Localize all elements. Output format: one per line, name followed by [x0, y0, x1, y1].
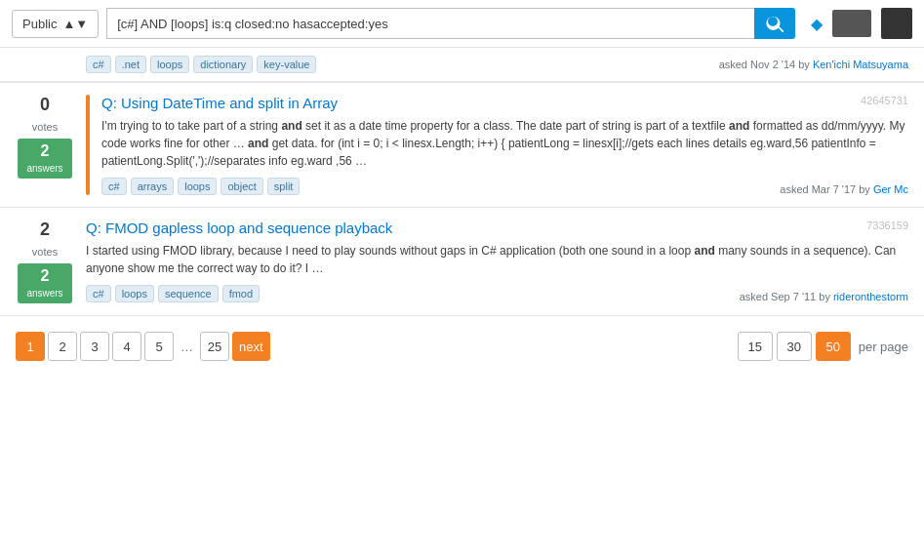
question-meta-q2: asked Sep 7 '11 by rideronthestorm: [740, 291, 908, 302]
question-item: 0 votes 2 answers Q: Using DateTime and …: [0, 82, 924, 208]
header: Public ▲▼ ◆: [0, 0, 924, 48]
page-btn-1[interactable]: 1: [16, 332, 45, 361]
tag-csharp-top[interactable]: c#: [86, 56, 111, 73]
top-tags: c# .net loops dictionary key-value: [86, 56, 316, 73]
tag-csharp-q2[interactable]: c#: [86, 285, 111, 302]
diamond-icon: ◆: [811, 15, 823, 33]
per-page-label: per page: [859, 340, 908, 354]
tags-and-meta-q1: c# arrays loops object split asked Mar 7…: [101, 178, 908, 195]
tag-object-q1[interactable]: object: [221, 178, 262, 195]
top-author-link[interactable]: Ken'ichi Matsuyama: [813, 59, 908, 70]
tags-q1: c# arrays loops object split: [101, 178, 300, 195]
pagination-ellipsis: …: [177, 340, 197, 354]
question-item-q2: 2 votes 2 answers Q: FMOD gapless loop a…: [0, 208, 924, 316]
question-excerpt-q2: I started using FMOD library, because I …: [86, 242, 908, 277]
question-body-q2: Q: FMOD gapless loop and sequence playba…: [86, 220, 908, 303]
pagination: 1 2 3 4 5 … 25 next 15 30 50 per page: [0, 316, 924, 377]
stats-col-q2: 2 votes 2 answers: [16, 220, 74, 303]
answers-count-q1: 2: [25, 142, 64, 160]
tag-sequence-q2[interactable]: sequence: [158, 285, 219, 302]
page-btn-5[interactable]: 5: [144, 332, 174, 361]
tag-loops-q1[interactable]: loops: [178, 178, 217, 195]
page-btn-4[interactable]: 4: [112, 332, 141, 361]
question-title-q1[interactable]: Q: Using DateTime and split in Array: [101, 95, 338, 111]
answers-badge-q1: 2 answers: [18, 139, 72, 179]
author-link-q2[interactable]: rideronthestorm: [833, 291, 908, 302]
public-dropdown[interactable]: Public ▲▼: [12, 10, 99, 38]
tag-csharp-q1[interactable]: c#: [101, 178, 127, 195]
page-btn-2[interactable]: 2: [48, 332, 77, 361]
tag-fmod-q2[interactable]: fmod: [222, 285, 260, 302]
orange-bar-q1: [86, 95, 90, 195]
tag-keyvalue-top[interactable]: key-value: [257, 56, 316, 73]
question-excerpt-q1: I'm trying to to take part of a string a…: [101, 117, 908, 170]
answers-label-q2: answers: [26, 288, 62, 299]
search-icon: [766, 15, 783, 32]
votes-count-q2: 2: [40, 220, 50, 240]
top-question-meta: asked Nov 2 '14 by Ken'ichi Matsuyama: [719, 59, 908, 70]
votes-count-q1: 0: [40, 95, 50, 115]
answers-badge-q2: 2 answers: [18, 263, 72, 303]
question-meta-q1: asked Mar 7 '17 by Ger Mc: [780, 183, 908, 195]
header-icons: ◆: [811, 8, 912, 39]
tags-and-meta-q2: c# loops sequence fmod asked Sep 7 '11 b…: [86, 285, 908, 302]
answers-count-q2: 2: [25, 267, 64, 285]
badges-placeholder[interactable]: [832, 10, 871, 37]
per-page-15[interactable]: 15: [738, 332, 773, 361]
search-input[interactable]: [106, 8, 754, 39]
tag-arrays-q1[interactable]: arrays: [131, 178, 175, 195]
tag-loops-q2[interactable]: loops: [115, 285, 154, 302]
next-button[interactable]: next: [232, 332, 270, 361]
author-link-q1[interactable]: Ger Mc: [873, 183, 908, 195]
dropdown-arrow-icon: ▲▼: [62, 17, 88, 31]
tags-q2: c# loops sequence fmod: [86, 285, 260, 302]
tag-loops-top[interactable]: loops: [150, 56, 189, 73]
page-btn-25[interactable]: 25: [200, 332, 229, 361]
question-id-q2: 7336159: [866, 220, 908, 231]
public-label: Public: [22, 17, 57, 31]
page-numbers: 1 2 3 4 5 … 25 next: [16, 332, 270, 361]
votes-label-q2: votes: [32, 246, 58, 258]
search-bar: [106, 8, 795, 39]
top-asked-text: asked Nov 2 '14 by: [719, 59, 813, 70]
answers-label-q1: answers: [26, 163, 62, 174]
votes-label-q1: votes: [32, 121, 58, 133]
question-id-q1: 42645731: [861, 95, 908, 106]
tag-dictionary-top[interactable]: dictionary: [193, 56, 253, 73]
page-btn-3[interactable]: 3: [80, 332, 109, 361]
avatar[interactable]: [881, 8, 912, 39]
questions-list: 0 votes 2 answers Q: Using DateTime and …: [0, 82, 924, 316]
tag-split-q1[interactable]: split: [267, 178, 301, 195]
tag-net-top[interactable]: .net: [115, 56, 146, 73]
question-body-q1: Q: Using DateTime and split in Array 426…: [101, 95, 908, 195]
stats-col-q1: 0 votes 2 answers: [16, 95, 74, 195]
per-page-50[interactable]: 50: [816, 332, 851, 361]
per-page-group: 15 30 50 per page: [738, 332, 908, 361]
per-page-30[interactable]: 30: [777, 332, 812, 361]
question-title-q2[interactable]: Q: FMOD gapless loop and sequence playba…: [86, 220, 392, 236]
search-button[interactable]: [754, 8, 795, 39]
